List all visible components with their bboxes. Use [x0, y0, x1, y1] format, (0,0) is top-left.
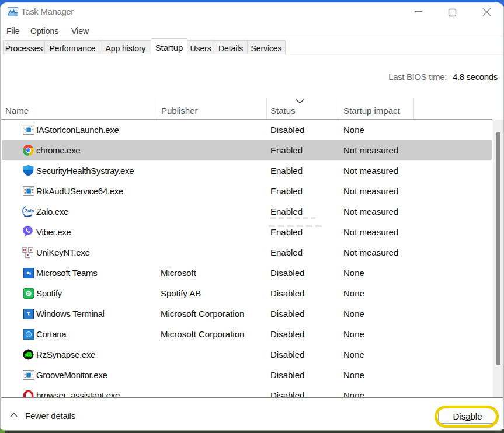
svg-text:Zalo: Zalo [25, 208, 34, 214]
